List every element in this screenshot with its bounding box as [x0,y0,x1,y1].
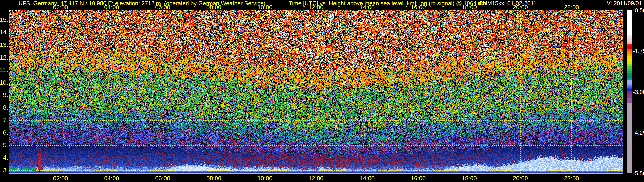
x-tick-label-top: 08:00 [206,4,221,10]
y-tick-label: 10. [0,79,8,86]
x-tick-label-top: 14:00 [360,4,374,10]
y-tick-label: 15. [0,16,8,23]
y-tick-label: 8. [3,104,8,111]
x-tick-label-bottom: 16:00 [411,175,426,182]
x-tick-label-bottom: 14:00 [360,175,374,182]
colorbar-labels: -0.50-1.75-3.00-4.25-5.50 [633,0,644,182]
ceilometer-quicklook: { "header": { "station": "UFS, Germany; … [0,0,644,182]
x-tick-label-top: 10:00 [258,4,272,10]
x-tick-label-top: 02:00 [53,4,68,10]
y-tick-label: 6. [3,129,8,136]
x-tick-label-top: 20:00 [513,4,528,10]
y-tick-label: 5. [3,142,8,148]
y-tick-label: 11. [0,67,8,73]
colorbar-tick-label: -4.25 [633,130,644,136]
x-tick-label-bottom: 04:00 [104,175,119,182]
colorbar-tick-label: -3.00 [633,89,644,95]
x-tick-label-bottom: 10:00 [258,175,272,182]
x-tick-label-bottom: 18:00 [462,175,477,182]
y-tick-label: 4. [3,154,8,161]
x-tick-label-bottom: 02:00 [53,175,68,182]
colorbar [626,10,632,174]
colorbar-tick-label: -1.75 [633,48,644,54]
x-tick-label-top: 16:00 [411,4,426,10]
y-tick-label: 14. [0,29,8,36]
ceilometer-heatmap [10,10,622,174]
y-tick-label: 7. [3,117,8,123]
x-tick-label-bottom: 08:00 [206,175,221,182]
x-axis-bottom: 02:0004:0006:0008:0010:0012:0014:0016:00… [0,175,644,182]
y-axis: 15.14.13.12.11.10.9.8.7.6.5.4.3. [0,0,9,182]
x-tick-label-bottom: 12:00 [308,175,324,182]
x-tick-label-top: 22:00 [564,4,579,10]
colorbar-tick-label: -5.50 [633,171,644,177]
plot-border [9,10,623,174]
x-tick-label-top: 06:00 [155,4,170,10]
x-tick-label-top: 12:00 [308,4,324,10]
x-tick-label-bottom: 06:00 [155,175,170,182]
y-tick-label: 13. [0,42,8,48]
x-tick-label-top: 18:00 [462,4,477,10]
y-tick-label: 9. [3,92,8,98]
x-tick-label-bottom: 20:00 [513,175,528,182]
x-tick-label-bottom: 22:00 [564,175,579,182]
y-tick-label: 3. [3,167,8,174]
colorbar-tick-label: -0.50 [633,8,644,13]
y-tick-label: 12. [0,54,8,61]
x-tick-label-top: 04:00 [104,4,119,10]
colorbar-scale [626,10,632,174]
